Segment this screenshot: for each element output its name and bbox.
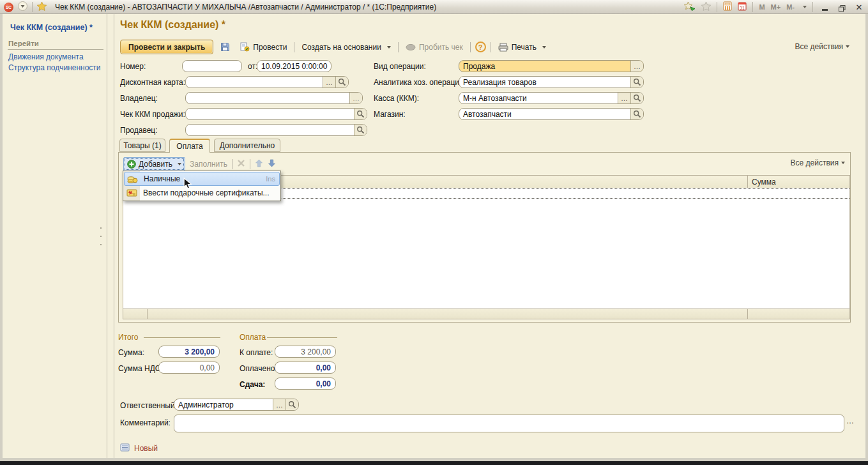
separator <box>812 2 813 12</box>
document-toolbar: Провести и закрыть Провести Создать на о… <box>120 39 549 55</box>
create-on-basis-button[interactable]: Создать на основании <box>299 40 393 54</box>
shortcut-label: Ins <box>266 175 275 183</box>
titlebar-right-icons: 31 M M+ M- ✕ <box>684 2 865 12</box>
responsible-input[interactable]: Администратор … <box>174 399 299 411</box>
discount-card-search-button[interactable] <box>335 77 348 88</box>
seller-input[interactable] <box>185 124 367 136</box>
memory-m-button[interactable]: M <box>759 3 765 11</box>
memory-m-minus-button[interactable]: M- <box>786 3 795 11</box>
menu-item-cash[interactable]: Наличные Ins <box>124 172 280 186</box>
calculator-icon[interactable] <box>723 1 732 13</box>
to-pay-value-field[interactable]: 3 200,00 <box>275 346 336 358</box>
fill-button[interactable]: Заполнить <box>190 160 227 169</box>
add-button[interactable]: Добавить <box>123 157 185 171</box>
print-button[interactable]: Печать <box>496 40 549 54</box>
help-button[interactable]: ? <box>475 42 486 52</box>
status-badge: Новый <box>134 444 158 453</box>
save-button[interactable] <box>218 40 232 54</box>
comment-ellipsis-button[interactable]: … <box>846 416 854 425</box>
operation-analytics-input[interactable]: Реализация товаров <box>459 76 644 88</box>
operation-kind-input[interactable]: Продажа … <box>459 60 644 72</box>
restore-button[interactable] <box>836 3 848 12</box>
responsible-label: Ответственный: <box>120 401 177 410</box>
app-logo-icon[interactable]: 1С <box>4 3 13 12</box>
close-button[interactable]: ✕ <box>853 3 865 12</box>
sidebar-link-document-movements[interactable]: Движения документа <box>8 52 84 61</box>
memory-m-plus-button[interactable]: M+ <box>771 3 781 11</box>
discount-card-input[interactable]: … <box>185 76 349 88</box>
payment-all-actions-button[interactable]: Все действия <box>791 158 845 167</box>
search-icon <box>633 110 641 118</box>
tab-goods[interactable]: Товары (1) <box>119 139 165 152</box>
search-icon <box>633 94 641 102</box>
sum-value-field[interactable]: 3 200,00 <box>158 346 220 358</box>
discount-card-ellipsis-button[interactable]: … <box>323 77 335 88</box>
seller-search-button[interactable] <box>354 125 367 135</box>
calendar-icon[interactable]: 31 <box>738 1 747 13</box>
cash-register-input[interactable]: М-н Автозапчасти … <box>459 92 644 104</box>
post-button[interactable]: Провести <box>237 40 289 54</box>
payment-table-body[interactable] <box>123 188 850 309</box>
owner-ellipsis-button[interactable]: … <box>349 93 362 103</box>
kkm-sale-check-search-button[interactable] <box>354 109 367 119</box>
sidebar-document-title[interactable]: Чек ККМ (создание) * <box>10 23 93 32</box>
cash-register-ellipsis-button[interactable]: … <box>618 93 630 103</box>
page-title: Чек ККМ (создание) * <box>120 19 225 31</box>
menu-item-gift-certificates[interactable]: Ввести подарочные сертификаты... <box>124 186 280 200</box>
cash-register-search-button[interactable] <box>630 93 643 103</box>
all-actions-button[interactable]: Все действия <box>795 42 849 51</box>
sum-label: Сумма: <box>118 348 144 357</box>
document-status-icon <box>120 443 130 454</box>
move-up-button[interactable] <box>255 159 263 169</box>
date-label: от: <box>248 62 257 71</box>
owner-label: Владелец: <box>120 94 158 103</box>
close-icon: ✕ <box>856 3 863 12</box>
post-and-close-button[interactable]: Провести и закрыть <box>120 40 213 54</box>
titlebar-chevron-down-icon[interactable] <box>803 6 807 8</box>
comment-input[interactable] <box>174 415 844 432</box>
separator <box>717 2 717 12</box>
kkm-sale-check-input[interactable] <box>185 108 367 120</box>
operation-kind-ellipsis-button[interactable]: … <box>630 61 643 72</box>
totals-group-header: Итого <box>118 333 138 342</box>
tab-additional[interactable]: Дополнительно <box>214 139 280 152</box>
delete-row-button[interactable] <box>237 159 245 169</box>
operation-kind-label: Вид операции: <box>374 62 426 71</box>
tab-payment[interactable]: Оплата <box>169 139 210 153</box>
paid-value-field[interactable]: 0,00 <box>275 362 336 374</box>
operation-analytics-label: Аналитика хоз. операции: <box>374 78 466 87</box>
punch-check-button[interactable]: Пробить чек <box>403 40 466 54</box>
separator <box>470 42 471 52</box>
operation-analytics-search-button[interactable] <box>630 77 643 88</box>
splitter-handle[interactable] <box>100 227 102 245</box>
sidebar-divider <box>107 14 107 458</box>
number-input[interactable] <box>182 60 242 72</box>
add-dropdown-menu: Наличные Ins Ввести подарочные сертифика… <box>123 171 281 201</box>
sidebar-link-subordination-structure[interactable]: Структура подчиненности <box>8 63 101 72</box>
minimize-button[interactable] <box>819 3 830 12</box>
window-title: Чек ККМ (создание) - АВТОЗАПЧАСТИ У МИХА… <box>55 3 436 11</box>
search-icon <box>338 78 346 86</box>
column-header-sum[interactable]: Сумма <box>747 175 850 188</box>
coins-icon <box>127 175 138 183</box>
number-label: Номер: <box>120 62 146 71</box>
move-down-button[interactable] <box>268 159 276 169</box>
star-dim-icon[interactable] <box>701 2 711 13</box>
favorites-star-icon[interactable] <box>37 2 47 13</box>
search-icon <box>633 78 641 86</box>
store-input[interactable]: Автозапчасти <box>459 108 644 120</box>
search-icon <box>288 400 296 409</box>
titlebar: 1С Чек ККМ (создание) - АВТОЗАПЧАСТИ У М… <box>0 0 868 14</box>
cash-register-label: Касса (ККМ): <box>374 94 419 103</box>
owner-input[interactable]: … <box>185 92 363 104</box>
history-dropdown-icon[interactable] <box>18 1 27 13</box>
vat-value-field[interactable]: 0,00 <box>158 362 220 374</box>
table-footer-cell <box>147 309 748 319</box>
responsible-ellipsis-button[interactable]: … <box>273 399 286 410</box>
responsible-search-button[interactable] <box>286 399 298 410</box>
add-favorite-icon[interactable] <box>684 2 696 13</box>
store-search-button[interactable] <box>630 109 643 119</box>
date-input[interactable]: 10.09.2015 0:00:00 <box>257 60 331 72</box>
change-value-field[interactable]: 0,00 <box>275 377 336 390</box>
minimize-icon <box>822 9 828 11</box>
